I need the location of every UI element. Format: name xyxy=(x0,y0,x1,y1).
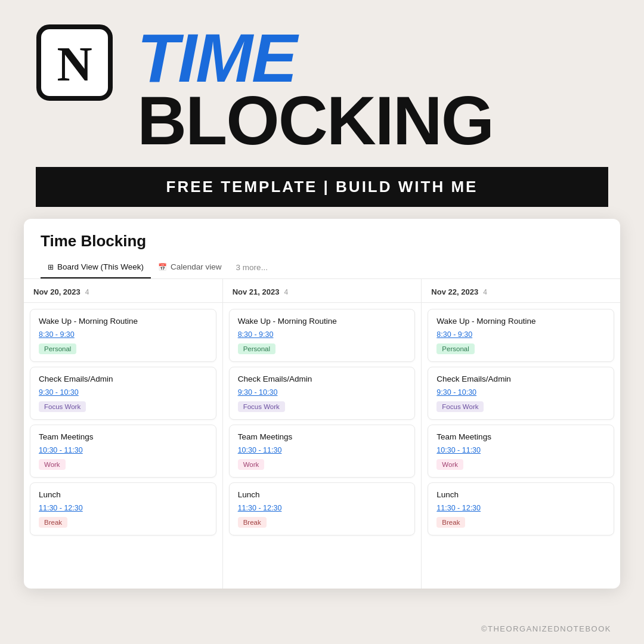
card-tag-2-0: Personal xyxy=(436,343,474,354)
card-title-1-1: Check Emails/Admin xyxy=(238,374,407,383)
card-tag-1-1: Focus Work xyxy=(238,401,285,412)
card-time-2-2: 10:30 - 11:30 xyxy=(436,446,605,454)
card-title-1-0: Wake Up - Morning Routine xyxy=(238,317,407,326)
banner-text: FREE TEMPLATE | BUILD WITH ME xyxy=(166,178,478,196)
card-title-0-3: Lunch xyxy=(39,490,208,499)
card-title-2-0: Wake Up - Morning Routine xyxy=(436,317,605,326)
card-time-0-3: 11:30 - 12:30 xyxy=(39,504,208,512)
notion-logo: N xyxy=(36,24,113,101)
column-count-0: 4 xyxy=(85,288,89,296)
card-tag-2-2: Work xyxy=(436,459,463,470)
tab-calendar[interactable]: 📅 Calendar view xyxy=(151,259,229,278)
card-1-1[interactable]: Check Emails/Admin9:30 - 10:30Focus Work xyxy=(229,367,416,420)
header: N TIME BLOCKING xyxy=(0,0,644,167)
card-time-0-0: 8:30 - 9:30 xyxy=(39,330,208,339)
card-title-2-2: Team Meetings xyxy=(436,432,605,441)
card-0-2[interactable]: Team Meetings10:30 - 11:30Work xyxy=(30,425,216,478)
tab-calendar-label: Calendar view xyxy=(171,262,222,271)
title-block: TIME BLOCKING xyxy=(137,18,608,155)
tab-board[interactable]: ⊞ Board View (This Week) xyxy=(41,259,151,278)
column-count-2: 4 xyxy=(483,288,487,296)
card-tag-0-0: Personal xyxy=(39,343,76,354)
column-0: Nov 20, 20234Wake Up - Morning Routine8:… xyxy=(24,279,223,589)
card-1-2[interactable]: Team Meetings10:30 - 11:30Work xyxy=(229,425,416,478)
column-count-1: 4 xyxy=(284,288,288,296)
tab-more[interactable]: 3 more... xyxy=(229,259,275,278)
card-2-3[interactable]: Lunch11:30 - 12:30Break xyxy=(428,482,614,535)
promo-banner: FREE TEMPLATE | BUILD WITH ME xyxy=(36,167,608,207)
card-time-1-0: 8:30 - 9:30 xyxy=(238,330,407,339)
column-header-1: Nov 21, 20234 xyxy=(223,279,422,303)
column-header-0: Nov 20, 20234 xyxy=(24,279,222,303)
tab-more-label: 3 more... xyxy=(236,263,268,272)
card-0-1[interactable]: Check Emails/Admin9:30 - 10:30Focus Work xyxy=(30,367,216,420)
board-icon: ⊞ xyxy=(48,263,54,271)
card-0-3[interactable]: Lunch11:30 - 12:30Break xyxy=(30,482,216,535)
card-time-0-2: 10:30 - 11:30 xyxy=(39,446,208,454)
card-tag-2-3: Break xyxy=(436,517,465,528)
view-tabs: ⊞ Board View (This Week) 📅 Calendar view… xyxy=(41,259,603,278)
card-1-0[interactable]: Wake Up - Morning Routine8:30 - 9:30Pers… xyxy=(229,309,416,362)
calendar-icon: 📅 xyxy=(158,263,167,271)
card-time-2-1: 9:30 - 10:30 xyxy=(436,388,605,397)
card-title-2-1: Check Emails/Admin xyxy=(436,374,605,383)
column-cards-2: Wake Up - Morning Routine8:30 - 9:30Pers… xyxy=(422,303,620,541)
card-title-2-3: Lunch xyxy=(436,490,605,499)
app-header: Time Blocking ⊞ Board View (This Week) 📅… xyxy=(24,219,620,279)
card-time-2-0: 8:30 - 9:30 xyxy=(436,330,605,339)
card-0-0[interactable]: Wake Up - Morning Routine8:30 - 9:30Pers… xyxy=(30,309,216,362)
svg-text:N: N xyxy=(57,37,92,91)
card-tag-0-3: Break xyxy=(39,517,67,528)
card-title-1-2: Team Meetings xyxy=(238,432,407,441)
tab-board-label: Board View (This Week) xyxy=(57,262,144,271)
card-2-1[interactable]: Check Emails/Admin9:30 - 10:30Focus Work xyxy=(428,367,614,420)
card-title-1-3: Lunch xyxy=(238,490,407,499)
column-date-1: Nov 21, 2023 xyxy=(233,287,280,296)
column-1: Nov 21, 20234Wake Up - Morning Routine8:… xyxy=(223,279,422,589)
card-title-0-1: Check Emails/Admin xyxy=(39,374,208,383)
card-tag-1-0: Personal xyxy=(238,343,275,354)
card-time-1-3: 11:30 - 12:30 xyxy=(238,504,407,512)
column-2: Nov 22, 20234Wake Up - Morning Routine8:… xyxy=(422,279,620,589)
card-2-0[interactable]: Wake Up - Morning Routine8:30 - 9:30Pers… xyxy=(428,309,614,362)
card-time-1-2: 10:30 - 11:30 xyxy=(238,446,407,454)
column-header-2: Nov 22, 20234 xyxy=(422,279,620,303)
column-date-2: Nov 22, 2023 xyxy=(431,287,478,296)
card-time-0-1: 9:30 - 10:30 xyxy=(39,388,208,397)
watermark: ©THEORGANIZEDNOTEBOOK xyxy=(481,624,611,633)
card-time-1-1: 9:30 - 10:30 xyxy=(238,388,407,397)
card-time-2-3: 11:30 - 12:30 xyxy=(436,504,605,512)
card-tag-2-1: Focus Work xyxy=(436,401,484,412)
card-tag-1-2: Work xyxy=(238,459,265,470)
card-tag-0-1: Focus Work xyxy=(39,401,86,412)
column-date-0: Nov 20, 2023 xyxy=(33,287,80,296)
column-cards-1: Wake Up - Morning Routine8:30 - 9:30Pers… xyxy=(223,303,422,541)
app-preview: Time Blocking ⊞ Board View (This Week) 📅… xyxy=(24,219,620,589)
card-title-0-2: Team Meetings xyxy=(39,432,208,441)
card-title-0-0: Wake Up - Morning Routine xyxy=(39,317,208,326)
card-1-3[interactable]: Lunch11:30 - 12:30Break xyxy=(229,482,416,535)
app-title: Time Blocking xyxy=(41,232,603,250)
title-blocking: BLOCKING xyxy=(137,86,608,155)
card-tag-0-2: Work xyxy=(39,459,66,470)
column-cards-0: Wake Up - Morning Routine8:30 - 9:30Pers… xyxy=(24,303,222,541)
card-tag-1-3: Break xyxy=(238,517,267,528)
board-view: Nov 20, 20234Wake Up - Morning Routine8:… xyxy=(24,279,620,589)
card-2-2[interactable]: Team Meetings10:30 - 11:30Work xyxy=(428,425,614,478)
